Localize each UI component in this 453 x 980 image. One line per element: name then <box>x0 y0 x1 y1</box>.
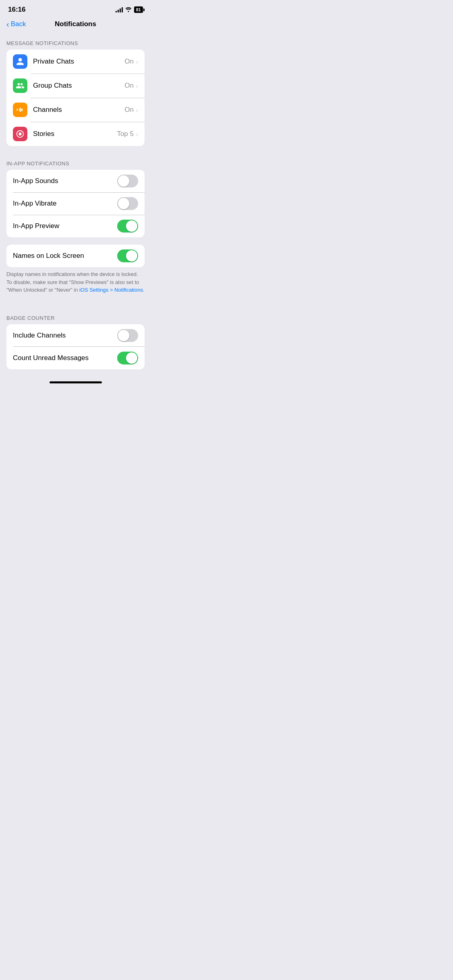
channels-value: On <box>124 106 134 114</box>
lock-screen-card: Names on Lock Screen <box>6 245 145 267</box>
stories-value: Top 5 <box>117 130 134 138</box>
private-chats-label: Private Chats <box>33 58 124 66</box>
in-app-vibrate-toggle[interactable] <box>117 197 138 210</box>
count-unread-item[interactable]: Count Unread Messages <box>6 347 145 369</box>
svg-text:C: C <box>19 132 21 136</box>
count-unread-label: Count Unread Messages <box>13 354 89 362</box>
stories-item[interactable]: C Stories Top 5 › <box>6 122 145 146</box>
channels-chevron: › <box>136 107 138 113</box>
include-channels-label: Include Channels <box>13 331 66 340</box>
nav-bar: ‹ Back Notifications <box>0 17 151 33</box>
wifi-icon <box>125 6 132 13</box>
in-app-notifications-label: IN-APP NOTIFICATIONS <box>0 153 151 170</box>
lock-screen-desc-end: . <box>143 287 145 293</box>
home-indicator <box>50 381 102 383</box>
count-unread-knob <box>126 352 137 364</box>
badge-counter-card: Include Channels Count Unread Messages <box>6 324 145 369</box>
private-chats-value: On <box>124 58 134 66</box>
group-chats-value: On <box>124 82 134 90</box>
page-title: Notifications <box>55 20 96 28</box>
lock-screen-item[interactable]: Names on Lock Screen <box>6 245 145 267</box>
lock-screen-toggle[interactable] <box>117 249 138 262</box>
in-app-preview-knob <box>126 220 137 232</box>
include-channels-knob <box>118 330 129 341</box>
include-channels-toggle[interactable] <box>117 329 138 342</box>
in-app-sounds-toggle[interactable] <box>117 175 138 187</box>
lock-screen-knob <box>126 250 137 261</box>
ios-settings-link[interactable]: iOS Settings > Notifications <box>79 287 143 293</box>
status-bar: 16:16 81 <box>0 0 151 17</box>
group-chats-item[interactable]: Group Chats On › <box>6 74 145 98</box>
private-chats-chevron: › <box>136 58 138 65</box>
channels-item[interactable]: Channels On › <box>6 98 145 122</box>
in-app-preview-item[interactable]: In-App Preview <box>6 215 145 237</box>
in-app-sounds-item[interactable]: In-App Sounds <box>6 170 145 192</box>
in-app-notifications-card: In-App Sounds In-App Vibrate In-App Prev… <box>6 170 145 237</box>
lock-screen-description: Display names in notifications when the … <box>0 267 151 301</box>
message-notifications-label: MESSAGE NOTIFICATIONS <box>0 33 151 49</box>
message-notifications-card: Private Chats On › Group Chats On › Chan… <box>6 49 145 146</box>
stories-icon: C <box>13 127 27 141</box>
count-unread-toggle[interactable] <box>117 352 138 364</box>
battery-level: 81 <box>136 7 141 12</box>
private-chats-item[interactable]: Private Chats On › <box>6 49 145 74</box>
back-chevron-icon: ‹ <box>6 20 9 28</box>
private-chats-icon <box>13 54 27 69</box>
include-channels-item[interactable]: Include Channels <box>6 324 145 347</box>
back-button[interactable]: ‹ Back <box>6 20 26 28</box>
in-app-vibrate-knob <box>118 198 129 209</box>
channels-label: Channels <box>33 106 124 114</box>
badge-counter-label: BADGE COUNTER <box>0 308 151 324</box>
signal-icon <box>116 7 123 12</box>
in-app-vibrate-label: In-App Vibrate <box>13 200 56 208</box>
lock-screen-label: Names on Lock Screen <box>13 252 84 260</box>
status-icons: 81 <box>116 6 143 13</box>
channels-icon <box>13 103 27 117</box>
in-app-preview-label: In-App Preview <box>13 222 59 230</box>
in-app-preview-toggle[interactable] <box>117 220 138 233</box>
group-chats-label: Group Chats <box>33 82 124 90</box>
battery-icon: 81 <box>134 6 143 13</box>
stories-chevron: › <box>136 131 138 138</box>
status-time: 16:16 <box>8 6 25 14</box>
in-app-sounds-knob <box>118 175 129 187</box>
in-app-sounds-label: In-App Sounds <box>13 177 58 185</box>
stories-label: Stories <box>33 130 117 138</box>
group-chats-icon <box>13 78 27 93</box>
back-label: Back <box>11 20 26 28</box>
in-app-vibrate-item[interactable]: In-App Vibrate <box>6 192 145 215</box>
group-chats-chevron: › <box>136 82 138 89</box>
